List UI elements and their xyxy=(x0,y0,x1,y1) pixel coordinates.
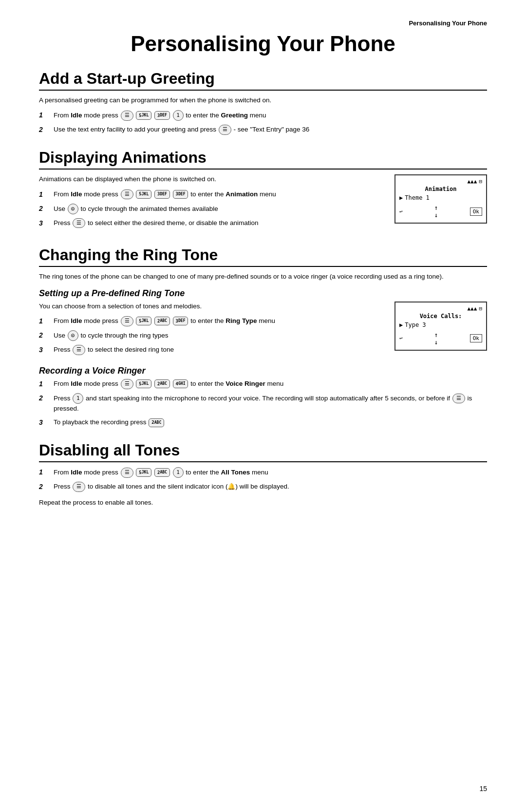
menu-key: ☰ xyxy=(73,218,85,228)
subsection-predef: Setting up a Pre-defined Ring Tone ▲▲▲ ⊟… xyxy=(39,288,487,359)
voice-steps: 1 From Idle mode press ☰ 5JKL 2ABC 4GHI … xyxy=(39,379,487,428)
key-5jkl: 5JKL xyxy=(136,190,151,199)
key-3def-2: 3DEF xyxy=(173,190,188,199)
step-text: From Idle mode press ☰ 5JKL 3DEF 3DEF to… xyxy=(54,189,385,200)
screen-item: ▶ Theme 1 xyxy=(399,194,482,201)
step-text: From Idle mode press ☰ 5JKL 2ABC 1 to en… xyxy=(54,467,487,478)
step-text: Use the text entry facility to add your … xyxy=(54,125,487,135)
step-text: From Idle mode press ☰ 5JKL 2ABC 4GHI to… xyxy=(54,379,487,389)
nav-key: ⊙ xyxy=(68,330,78,341)
screen-footer: ↩ ↑↓ Ok xyxy=(399,204,482,219)
key-5jkl: 5JKL xyxy=(136,317,151,325)
step-number: 3 xyxy=(39,345,51,355)
voice-step-2: 2 Press 1 and start speaking into the mi… xyxy=(39,393,487,414)
key-3def-1: 3DEF xyxy=(154,190,170,199)
screen-arrow: ▶ xyxy=(399,194,403,201)
menu-key: ☰ xyxy=(121,379,133,389)
greeting-steps: 1 From Idle mode press ☰ 5JKL 3DEF 1 to … xyxy=(39,110,487,135)
nav-key: ⊙ xyxy=(68,204,78,214)
page-number: 15 xyxy=(479,785,487,793)
nav-left: ↩ xyxy=(399,335,403,341)
animations-title: Displaying Animations xyxy=(39,149,487,170)
section-animations: Displaying Animations ▲▲▲ ⊟ Animation ▶ … xyxy=(39,149,487,232)
disabling-step-2: 2 Press ☰ to disable all tones and the s… xyxy=(39,482,487,492)
key-2abc-playback: 2ABC xyxy=(149,418,164,427)
key-5jkl: 5JKL xyxy=(136,379,151,388)
menu-key: ☰ xyxy=(121,316,133,326)
step-number: 2 xyxy=(39,482,51,492)
key-3def: 3DEF xyxy=(154,111,170,120)
key-2abc: 2ABC xyxy=(154,468,170,477)
screen-footer: ↩ ↑↓ Ok xyxy=(399,331,482,346)
step-number: 2 xyxy=(39,330,51,340)
animation-screen: ▲▲▲ ⊟ Animation ▶ Theme 1 ↩ ↑↓ Ok xyxy=(394,174,487,224)
greeting-title: Add a Start-up Greeting xyxy=(39,70,487,91)
screen-icon: ⊟ xyxy=(479,305,482,312)
step-text: From Idle mode press ☰ 5JKL 3DEF 1 to en… xyxy=(54,110,487,121)
key-3def: 3DEF xyxy=(173,317,188,325)
disabling-steps: 1 From Idle mode press ☰ 5JKL 2ABC 1 to … xyxy=(39,467,487,492)
nav-left: ↩ xyxy=(399,208,403,215)
silent-icon: 🔔 xyxy=(227,483,235,490)
ok-button: Ok xyxy=(470,208,482,216)
signal-bars: ▲▲▲ xyxy=(468,178,477,185)
key-2abc: 2ABC xyxy=(154,379,170,388)
ok-button: Ok xyxy=(470,334,482,342)
animation-step-1: 1 From Idle mode press ☰ 5JKL 3DEF 3DEF … xyxy=(39,189,385,200)
step-number: 1 xyxy=(39,316,51,326)
nav-arrows: ↑↓ xyxy=(434,204,438,219)
step-number: 1 xyxy=(39,379,51,389)
menu-key: ☰ xyxy=(121,111,133,121)
section-greeting: Add a Start-up Greeting A personalised g… xyxy=(39,70,487,135)
step-number: 1 xyxy=(39,189,51,200)
key-5jkl: 5JKL xyxy=(136,468,151,477)
step-text: Press ☰ to disable all tones and the sil… xyxy=(54,482,487,492)
key-1-circle: 1 xyxy=(73,393,83,404)
step-number: 3 xyxy=(39,417,51,428)
screen-header: ▲▲▲ ⊟ xyxy=(399,178,482,185)
animation-step-3: 3 Press ☰ to select either the desired t… xyxy=(39,218,385,228)
step-text: Use ⊙ to cycle through the animated them… xyxy=(54,204,385,214)
menu-key: ☰ xyxy=(452,394,465,404)
step-text: Use ⊙ to cycle through the ring types xyxy=(54,330,385,341)
step-number: 1 xyxy=(39,467,51,477)
step-number: 2 xyxy=(39,125,51,135)
greeting-step-1: 1 From Idle mode press ☰ 5JKL 3DEF 1 to … xyxy=(39,110,487,121)
step-number: 1 xyxy=(39,110,51,120)
greeting-step-2: 2 Use the text entry facility to add you… xyxy=(39,125,487,135)
menu-key: ☰ xyxy=(121,468,133,478)
voice-step-1: 1 From Idle mode press ☰ 5JKL 2ABC 4GHI … xyxy=(39,379,487,389)
nav-arrows: ↑↓ xyxy=(434,331,438,346)
ringtone-intro: The ring tones of the phone can be chang… xyxy=(39,272,487,282)
menu-key: ☰ xyxy=(219,125,231,135)
menu-key: ☰ xyxy=(73,482,85,492)
step-number: 2 xyxy=(39,204,51,214)
key-4ghi: 4GHI xyxy=(173,379,188,388)
menu-key: ☰ xyxy=(73,345,85,355)
step-number: 2 xyxy=(39,393,51,403)
key-1: 1 xyxy=(173,467,184,478)
greeting-intro: A personalised greeting can be programme… xyxy=(39,95,487,105)
predef-title: Setting up a Pre-defined Ring Tone xyxy=(39,288,487,299)
screen-icon: ⊟ xyxy=(479,178,482,185)
screen-title: Animation xyxy=(399,186,482,192)
section-ringtone: Changing the Ring Tone The ring tones of… xyxy=(39,246,487,428)
disabling-step-1: 1 From Idle mode press ☰ 5JKL 2ABC 1 to … xyxy=(39,467,487,478)
step-text: From Idle mode press ☰ 5JKL 2ABC 3DEF to… xyxy=(54,316,385,326)
animation-step-2: 2 Use ⊙ to cycle through the animated th… xyxy=(39,204,385,214)
voice-title: Recording a Voice Ringer xyxy=(39,366,487,376)
voice-step-3: 3 To playback the recording press 2ABC xyxy=(39,417,487,428)
key-5jkl: 5JKL xyxy=(136,111,151,120)
screen-title: Voice Calls: xyxy=(399,313,482,320)
page-title: Personalising Your Phone xyxy=(39,32,487,56)
disabling-footer: Repeat the process to enable all tones. xyxy=(39,498,487,508)
screen-item: ▶ Type 3 xyxy=(399,321,482,328)
step-number: 3 xyxy=(39,218,51,228)
section-disabling: Disabling all Tones 1 From Idle mode pre… xyxy=(39,441,487,508)
predef-step-1: 1 From Idle mode press ☰ 5JKL 2ABC 3DEF … xyxy=(39,316,385,326)
predef-step-3: 3 Press ☰ to select the desired ring ton… xyxy=(39,345,385,355)
step-text: Press ☰ to select the desired ring tone xyxy=(54,345,385,355)
screen-item-text: Type 3 xyxy=(405,321,426,328)
disabling-title: Disabling all Tones xyxy=(39,441,487,462)
screen-item-text: Theme 1 xyxy=(405,194,430,201)
